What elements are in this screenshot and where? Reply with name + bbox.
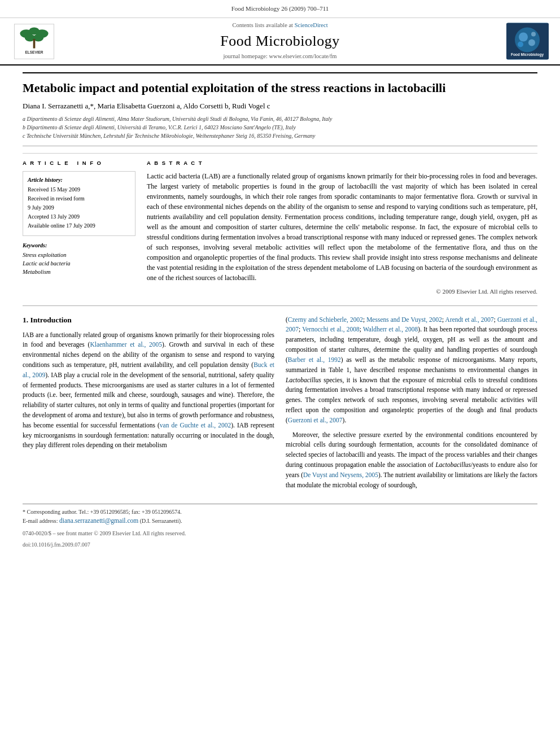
journal-ref: Food Microbiology 26 (2009) 700–711 (11, 5, 549, 13)
keyword-3: Metabolism (23, 268, 135, 277)
sciencedirect-line: Contents lists available at ScienceDirec… (11, 21, 549, 30)
keywords-section: Keywords: Stress exploitation Lactic aci… (23, 242, 135, 276)
journal-header: Food Microbiology 26 (2009) 700–711 (0, 0, 560, 18)
body-text-col2: (Czerny and Schieberle, 2002; Messens an… (286, 315, 537, 491)
keywords-label: Keywords: (23, 242, 135, 250)
body-text-col1: IAB are a functionally related group of … (23, 330, 274, 451)
page-wrapper: Food Microbiology 26 (2009) 700–711 ELSE… (0, 0, 560, 560)
intro-para-3: Moreover, the selective pressure exerted… (286, 430, 537, 491)
right-col: A B S T R A C T Lactic acid bacteria (LA… (147, 159, 537, 296)
section1-heading: 1. Introduction (23, 315, 274, 326)
received-revised-date: 9 July 2009 (28, 204, 130, 212)
article-title-section: Metabolic impact and potential exploitat… (23, 72, 537, 146)
ref-messens[interactable]: Messens and De Vuyst, 2002 (366, 316, 442, 323)
received-date: Received 15 May 2009 (28, 186, 130, 194)
main-content: Metabolic impact and potential exploitat… (0, 65, 560, 560)
article-info-abstract: A R T I C L E I N F O Article history: R… (23, 153, 537, 296)
svg-point-12 (518, 42, 523, 47)
svg-point-13 (531, 32, 536, 37)
ref-czerny[interactable]: Czerny and Schieberle, 2002 (288, 316, 363, 323)
received-revised-label: Received in revised form (28, 195, 130, 203)
abstract-text: Lactic acid bacteria (LAB) are a functio… (147, 171, 537, 283)
elsevier-logo: ELSEVIER (11, 21, 56, 61)
article-info-box: Article history: Received 15 May 2009 Re… (23, 171, 135, 236)
ref-devuyst[interactable]: De Vuyst and Neysens, 2005 (303, 471, 378, 478)
left-col: A R T I C L E I N F O Article history: R… (23, 159, 135, 296)
footnote-email-link[interactable]: diana.serrazanetti@gmail.com (59, 517, 138, 524)
body-content: 1. Introduction IAB are a functionally r… (23, 315, 537, 495)
svg-point-9 (515, 28, 540, 53)
affiliation-c: c Technische Universität München, Lehrst… (23, 132, 537, 140)
section-divider (23, 305, 537, 306)
keyword-2: Lactic acid bacteria (23, 260, 135, 268)
footnote-email: E-mail address: diana.serrazanetti@gmail… (23, 516, 537, 526)
svg-rect-6 (33, 39, 35, 49)
footnote-corresponding: * Corresponding author. Tel.: +39 051209… (23, 508, 537, 516)
available-date: Available online 17 July 2009 (28, 222, 130, 230)
svg-text:ELSEVIER: ELSEVIER (25, 50, 43, 54)
ref-guerzoni2007b[interactable]: Guerzoni et al., 2007 (288, 417, 343, 423)
abstract-label: A B S T R A C T (147, 159, 537, 167)
body-col-right: (Czerny and Schieberle, 2002; Messens an… (286, 315, 537, 495)
article-info-label: A R T I C L E I N F O (23, 159, 135, 167)
body-col-left: 1. Introduction IAB are a functionally r… (23, 315, 274, 495)
ref-buck[interactable]: Buck et al., 2009 (23, 361, 274, 378)
article-authors: Diana I. Serrazanetti a,*, Maria Elisabe… (23, 101, 537, 111)
article-title: Metabolic impact and potential exploitat… (23, 80, 537, 97)
journal-homepage: journal homepage: www.elsevier.com/locat… (11, 53, 549, 61)
ref-klaenhammer[interactable]: Klaenhammer et al., 2005 (90, 341, 162, 348)
affiliation-b: b Dipartimento di Scienze degli Alimenti… (23, 123, 537, 132)
doi-line: doi:10.1016/j.fm.2009.07.007 (23, 541, 537, 549)
fm-logo: Food Microbiology (506, 23, 549, 60)
ref-waldherr[interactable]: Waldherr et al., 2008 (363, 326, 418, 333)
ref-vandeguchte[interactable]: van de Guchte et al., 2002 (160, 422, 231, 429)
keyword-1: Stress exploitation (23, 251, 135, 260)
ref-vernocchi[interactable]: Vernocchi et al., 2008 (302, 326, 360, 333)
svg-point-11 (528, 40, 535, 46)
ref-barber[interactable]: Barber et al., 1992 (288, 356, 341, 363)
journal-title: Food Microbiology (11, 31, 549, 51)
svg-point-10 (519, 33, 528, 42)
ref-arendt[interactable]: Arendt et al., 2007 (445, 316, 494, 323)
copyright: © 2009 Elsevier Ltd. All rights reserved… (147, 287, 537, 296)
journal-branding: ELSEVIER Contents lists available at Sci… (0, 18, 560, 65)
article-history-label: Article history: (28, 176, 130, 184)
accepted-date: Accepted 13 July 2009 (28, 213, 130, 221)
affiliations: a Dipartimento di Scienze degli Alimenti… (23, 115, 537, 140)
intro-para-2: (Czerny and Schieberle, 2002; Messens an… (286, 315, 537, 426)
affiliation-a: a Dipartimento di Scienze degli Alimenti… (23, 115, 537, 123)
header-center: Contents lists available at ScienceDirec… (11, 21, 549, 61)
sciencedirect-link[interactable]: ScienceDirect (295, 22, 328, 28)
intro-para-1: IAB are a functionally related group of … (23, 330, 274, 451)
svg-text:Food Microbiology: Food Microbiology (511, 53, 544, 57)
issn-line: 0740-0020/$ – see front matter © 2009 El… (23, 530, 537, 538)
footnote-area: * Corresponding author. Tel.: +39 051209… (23, 504, 537, 548)
